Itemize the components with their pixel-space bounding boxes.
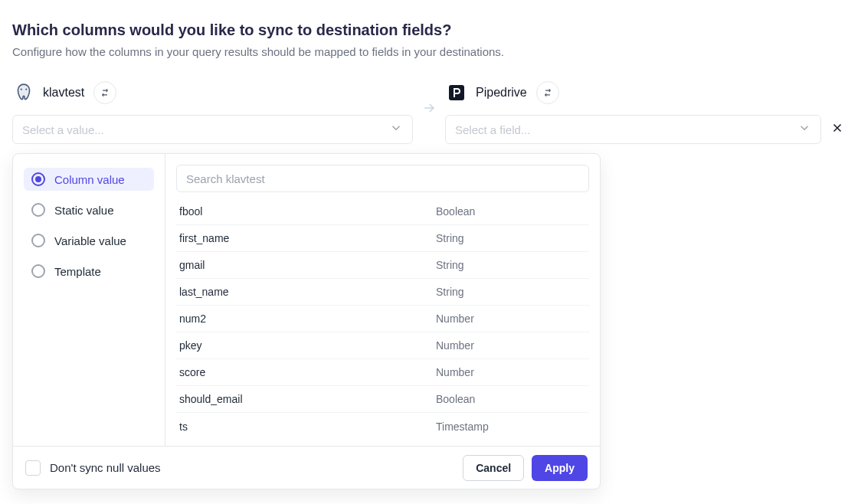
chevron-down-icon xyxy=(389,121,403,138)
postgres-icon xyxy=(14,83,34,103)
destination-column: Pipedrive Select a field... xyxy=(445,81,846,144)
source-swap-button[interactable] xyxy=(93,81,116,104)
destination-connection-header: Pipedrive xyxy=(445,81,846,104)
page-heading: Which columns would you like to sync to … xyxy=(12,21,846,39)
chevron-down-icon xyxy=(797,121,811,138)
source-column: klavtest Select a value... xyxy=(12,81,413,144)
destination-swap-button[interactable] xyxy=(536,81,559,104)
destination-select-placeholder: Select a field... xyxy=(455,123,530,136)
source-select-placeholder: Select a value... xyxy=(22,123,104,136)
arrow-right-icon xyxy=(421,100,437,119)
value-picker-dropdown: Column valueStatic valueVariable valueTe… xyxy=(12,153,601,156)
svg-point-1 xyxy=(25,89,27,90)
mapping-arrow-column xyxy=(413,100,445,125)
svg-point-0 xyxy=(21,89,22,90)
source-value-select[interactable]: Select a value... xyxy=(12,115,413,144)
value-picker-body: Column valueStatic valueVariable valueTe… xyxy=(13,154,600,156)
column-picker-panel: fboolBooleanfirst_nameStringgmailStringl… xyxy=(165,154,600,156)
source-connection-name: klavtest xyxy=(43,86,84,100)
mapping-row: klavtest Select a value... xyxy=(12,81,846,144)
destination-field-select[interactable]: Select a field... xyxy=(445,115,821,144)
pipedrive-icon xyxy=(447,83,467,103)
value-type-list: Column valueStatic valueVariable valueTe… xyxy=(13,154,165,156)
destination-select-row: Select a field... xyxy=(445,115,846,144)
remove-mapping-button[interactable] xyxy=(830,121,846,139)
source-connection-header: klavtest xyxy=(12,81,413,104)
page-subheading: Configure how the columns in your query … xyxy=(12,45,846,58)
destination-connection-name: Pipedrive xyxy=(476,86,527,100)
